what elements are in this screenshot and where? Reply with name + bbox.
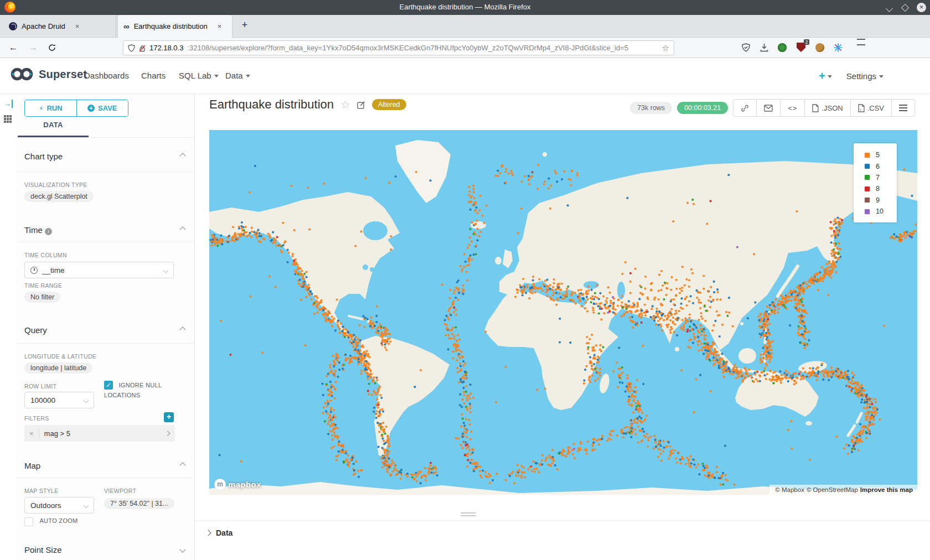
world-map-canvas[interactable]: 5 6 7 8 9 10 m mapbox © Mapbox © OpenStr… [209,130,917,495]
download-icon[interactable] [758,42,770,54]
tab-close-icon[interactable]: × [218,22,222,30]
row-limit-value: 100000 [30,396,55,405]
embed-code-button[interactable]: <> [781,100,805,116]
add-new-button[interactable]: + [819,70,832,82]
tab-earthquake-distribution[interactable]: ∞ Earthquake distribution × [118,15,232,38]
legend-item: 8 [854,183,897,194]
section-query[interactable]: Query [24,325,187,335]
legend-swatch [865,153,870,158]
nav-sql-lab[interactable]: SQL Lab [179,71,219,80]
ublock-icon[interactable]: 2 [795,42,807,54]
checkbox-unchecked-icon[interactable] [24,517,33,526]
chart-menu-button[interactable] [892,100,914,116]
datasource-grid-icon[interactable] [4,115,12,123]
settings-menu[interactable]: Settings [846,71,884,81]
expand-panel-icon[interactable]: → [4,100,15,108]
csv-label: .CSV [867,104,884,112]
filter-chip[interactable]: × mag > 5 [24,425,175,442]
favorite-star-icon[interactable]: ☆ [340,98,350,111]
bookmark-star-icon[interactable]: ☆ [662,43,669,53]
run-button[interactable]: ⚡RUN [25,100,76,116]
improve-map-link[interactable]: Improve this map [860,486,913,493]
mapbox-logo[interactable]: m mapbox [214,479,261,490]
legend-label: 7 [876,174,880,182]
section-point-size[interactable]: Point Size [24,545,187,554]
chevron-down-icon [828,75,832,78]
superset-logo[interactable]: Superset [10,67,87,81]
close-button[interactable]: × [917,3,927,13]
menu-icon [899,107,907,108]
export-csv-button[interactable]: x .CSV [851,100,892,116]
panel-resize-handle[interactable] [461,512,476,518]
browser-toolbar: ← → 172.18.0.3 :32108/superset/explore/?… [0,38,930,58]
extension-green-icon[interactable] [776,42,788,54]
export-json-button[interactable]: .JSON [805,100,850,116]
time-column-select[interactable]: __time [24,262,174,278]
nav-charts[interactable]: Charts [141,71,166,80]
back-button[interactable]: ← [7,41,20,54]
map-style-select[interactable]: Outdoors [24,497,94,514]
control-panel: ⚡RUN +SAVE DATA Chart type VISUALIZATION… [17,94,195,560]
nav-dashboards[interactable]: Dashboards [84,71,129,80]
reload-button[interactable] [45,41,59,54]
row-limit-select[interactable]: 100000 [24,392,94,408]
email-button[interactable] [757,100,781,116]
lonlat-value[interactable]: longitude | latitude [24,362,92,374]
collapse-rail: → [0,94,17,560]
section-map[interactable]: Map [24,461,187,470]
shield-icon[interactable] [128,44,135,52]
url-bar[interactable]: 172.18.0.3 :32108/superset/explore/?form… [123,40,674,55]
tab-data[interactable]: DATA [18,121,89,129]
section-chart-type[interactable]: Chart type [24,152,187,161]
menu-icon[interactable] [851,42,863,54]
data-collapse-section[interactable]: Data [195,520,930,537]
nav-data[interactable]: Data [225,71,250,80]
mapbox-circle-icon: m [214,479,226,490]
legend-item: 9 [854,195,897,206]
clock-icon [30,267,38,274]
file-icon: x [858,104,865,112]
auto-zoom-control[interactable]: AUTO ZOOM [24,516,78,526]
chevron-right-icon [164,431,169,435]
attr-mapbox-link[interactable]: © Mapbox [775,486,804,493]
maximize-button[interactable] [902,4,912,14]
cookie-extension-icon[interactable] [814,42,826,54]
time-column-label: TIME COLUMN [24,252,67,258]
tab-label: Apache Druid [22,22,65,30]
viz-type-value[interactable]: deck.gl Scatterplot [24,191,94,202]
legend-swatch [865,164,870,169]
forward-button[interactable]: → [27,41,40,54]
viewport-value[interactable]: 7° 35' 54.02" | 31... [104,498,174,509]
map-style-value: Outdoors [30,501,61,510]
superset-infinity-icon [10,67,34,81]
chart-title: Earthquake distribution [209,97,334,112]
tab-close-icon[interactable]: × [75,22,80,30]
remove-filter-icon[interactable]: × [24,429,39,438]
section-title: Map [24,461,40,470]
lonlat-label: LONGITUDE & LATITUDE [24,353,96,360]
time-range-value[interactable]: No filter [24,292,60,303]
ignore-null-control[interactable]: ✓ IGNORE NULL LOCATIONS [104,380,187,400]
map-legend: 5 6 7 8 9 10 [854,143,897,222]
new-tab-button[interactable]: + [238,19,251,31]
insecure-lock-icon[interactable] [139,44,146,51]
checkbox-checked-icon[interactable]: ✓ [104,381,113,390]
chevron-right-icon [205,530,211,536]
legend-item: 7 [854,172,897,183]
add-filter-button[interactable]: + [164,412,174,422]
chevron-down-icon [163,267,169,273]
query-timer-badge: 00:00:03.21 [677,102,728,114]
section-time[interactable]: Time i [24,225,187,235]
copy-link-button[interactable] [733,100,757,116]
viewport-label: VIEWPORT [104,488,136,494]
save-label: SAVE [98,104,117,112]
attr-osm-link[interactable]: © OpenStreetMap [807,486,858,493]
run-save-group: ⚡RUN +SAVE [24,100,128,117]
snowflake-extension-icon[interactable] [832,42,844,54]
minimize-button[interactable] [887,4,897,14]
chevron-down-icon [179,546,185,552]
protections-shield-icon[interactable] [740,42,752,54]
save-button[interactable]: +SAVE [77,100,128,116]
tab-apache-druid[interactable]: Apache Druid × [3,15,116,38]
edit-icon[interactable] [357,101,365,109]
